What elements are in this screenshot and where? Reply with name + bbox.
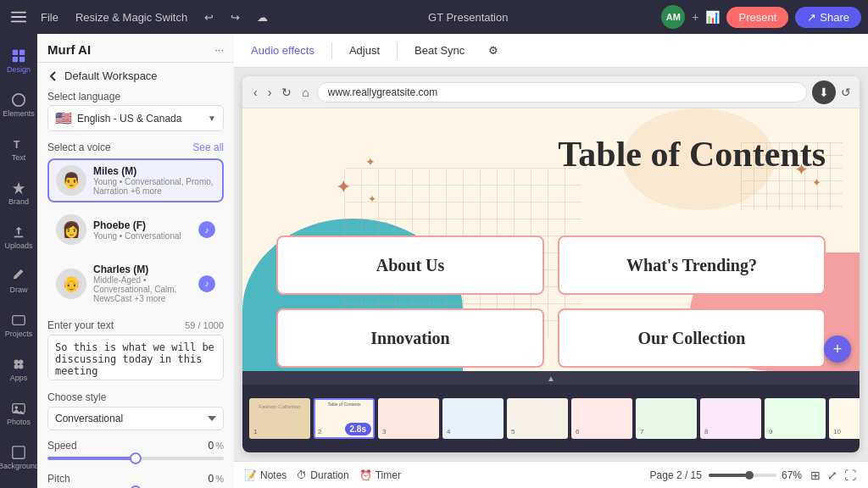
add-icon-overlay[interactable]: +: [824, 336, 851, 363]
style-select[interactable]: Conversational: [47, 407, 224, 430]
present-button[interactable]: Present: [726, 7, 788, 28]
sidebar-item-brand[interactable]: Brand: [3, 173, 34, 214]
file-menu-button[interactable]: File: [34, 8, 65, 27]
murf-back-button[interactable]: Default Workspace: [37, 63, 234, 86]
timer-button[interactable]: ⏰ Timer: [359, 469, 401, 481]
browser-reload-button[interactable]: ↻: [279, 83, 294, 102]
zoom-track[interactable]: [709, 474, 776, 477]
content-box-collection[interactable]: Our Collection: [558, 308, 826, 368]
zoom-thumb[interactable]: [745, 471, 754, 480]
see-all-button[interactable]: See all: [192, 141, 224, 153]
svg-rect-10: [13, 316, 25, 325]
thumb-6[interactable]: 6: [571, 398, 632, 439]
status-bar: 📝 Notes ⏱ Duration ⏰ Timer Page 2 / 15 6…: [234, 461, 868, 488]
hamburger-menu-icon[interactable]: [7, 5, 31, 29]
add-team-button[interactable]: +: [692, 10, 698, 24]
notes-button[interactable]: 📝 Notes: [244, 469, 287, 481]
sidebar-item-draw[interactable]: Draw: [3, 261, 34, 302]
sidebar-item-projects[interactable]: Projects: [3, 305, 34, 346]
browser-forward-button[interactable]: ›: [265, 83, 275, 102]
sidebar-item-text[interactable]: T Text: [3, 129, 34, 169]
page-info: Page 2 / 15: [650, 469, 702, 481]
content-box-innovation[interactable]: Innovation: [276, 308, 544, 368]
sidebar-item-uploads[interactable]: Uploads: [3, 217, 34, 258]
browser-refresh-icon[interactable]: ↺: [841, 86, 851, 99]
speed-slider-thumb[interactable]: [130, 452, 142, 464]
language-dropdown-arrow: ▼: [208, 114, 216, 123]
undo-button[interactable]: ↩: [198, 8, 220, 27]
adjust-button[interactable]: Adjust: [342, 41, 387, 60]
main-layout: Design Elements T Text Brand Uploads Dra…: [0, 34, 868, 488]
voice-item-charles[interactable]: 👴 Charles (M) Middle-Aged • Conversation…: [47, 257, 224, 310]
beat-sync-button[interactable]: Beat Sync: [408, 41, 471, 60]
thumb-7[interactable]: 7: [636, 398, 697, 439]
sidebar-item-design[interactable]: Design: [3, 41, 34, 81]
notes-icon: 📝: [244, 469, 257, 481]
canvas-area: Audio effects Adjust Beat Sync ⚙ ‹ › ↻ ⌂…: [234, 34, 868, 488]
thumb-8[interactable]: 8: [700, 398, 761, 439]
sidebar-item-background[interactable]: Background: [3, 437, 34, 478]
thumb-9[interactable]: 9: [765, 398, 826, 439]
browser-home-button[interactable]: ⌂: [299, 83, 311, 102]
speed-slider-track[interactable]: [47, 457, 224, 460]
browser-url-input[interactable]: [317, 82, 807, 103]
thumb-num-4: 4: [447, 428, 450, 435]
redo-button[interactable]: ↪: [224, 8, 247, 27]
content-box-about-us[interactable]: About Us: [276, 236, 544, 295]
sidebar-item-photos[interactable]: Photos: [3, 393, 34, 434]
voice-play-charles[interactable]: ♪: [198, 275, 215, 292]
cloud-sync-icon: ☁: [250, 8, 275, 27]
language-name: English - US & Canada: [77, 113, 203, 125]
resize-button[interactable]: Resize & Magic Switch: [69, 8, 194, 27]
text-input[interactable]: So this is what we will be discussing to…: [47, 335, 224, 380]
browser-back-button[interactable]: ‹: [251, 83, 260, 102]
slide-content: ✦ ✦ ✦ ✦ ✦ Table of Contents About Us Wha…: [242, 108, 860, 371]
speed-label: Speed: [47, 440, 77, 452]
thumb-2[interactable]: Table of Contents 2 2.8s: [314, 398, 375, 439]
add-overlay-button[interactable]: +: [824, 336, 851, 363]
sparkle-icon-5: ✦: [812, 176, 821, 189]
svg-point-12: [19, 360, 23, 364]
fit-view-button[interactable]: ⤢: [826, 467, 839, 484]
top-bar-menu: File Resize & Magic Switch ↩ ↪ ☁: [7, 5, 275, 29]
svg-rect-9: [14, 236, 24, 238]
pitch-unit: %: [215, 474, 224, 484]
sparkle-icon-3: ✦: [368, 193, 376, 205]
murf-panel: Murf AI ··· Default Workspace Select lan…: [37, 34, 234, 488]
thumbnail-collapse-button[interactable]: ▲: [242, 371, 860, 385]
voice-avatar-charles: 👴: [56, 269, 86, 299]
fullscreen-button[interactable]: ⛶: [843, 467, 858, 484]
voice-item-phoebe[interactable]: 👩 Phoebe (F) Young • Conversational ♪: [47, 208, 224, 252]
thumb-5[interactable]: 5: [507, 398, 568, 439]
thumb-num-10: 10: [833, 428, 841, 435]
duration-icon: ⏱: [297, 469, 307, 481]
thumb-num-5: 5: [511, 428, 515, 435]
thumb-1[interactable]: Fashion Collection 1: [249, 398, 310, 439]
thumb-4[interactable]: 4: [442, 398, 504, 439]
voice-section-header: Select a voice See all: [37, 136, 234, 156]
zoom-level: 67%: [782, 469, 802, 481]
browser-nav: ‹ › ↻ ⌂ ⬇ ↺: [242, 76, 860, 108]
grid-view-button[interactable]: ⊞: [809, 467, 822, 484]
voice-info-phoebe: Phoebe (F) Young • Conversational: [93, 219, 192, 241]
analytics-icon[interactable]: 📊: [705, 10, 720, 24]
language-select[interactable]: 🇺🇸 English - US & Canada ▼: [47, 105, 224, 131]
voice-name-charles: Charles (M): [93, 263, 192, 275]
sidebar-item-apps[interactable]: Apps: [3, 349, 34, 390]
text-label: Enter your text: [47, 319, 114, 331]
voice-info-miles: Miles (M) Young • Conversational, Promo,…: [93, 165, 215, 196]
thumb-10[interactable]: 10: [829, 398, 860, 439]
voice-play-phoebe[interactable]: ♪: [198, 221, 215, 238]
share-button[interactable]: ↗ Share: [795, 7, 861, 28]
audio-effects-button[interactable]: Audio effects: [244, 41, 321, 60]
thumb-3[interactable]: 3: [378, 398, 439, 439]
content-box-trending[interactable]: What's Trending?: [558, 236, 826, 295]
sidebar-item-elements[interactable]: Elements: [3, 85, 34, 125]
voice-item-miles[interactable]: 👨 Miles (M) Young • Conversational, Prom…: [47, 158, 224, 202]
murf-menu-icon[interactable]: ···: [214, 43, 224, 56]
browser-download-button[interactable]: ⬇: [812, 80, 836, 104]
duration-button[interactable]: ⏱ Duration: [297, 469, 348, 481]
text-count: 59 / 1000: [185, 320, 224, 330]
voice-name-miles: Miles (M): [93, 165, 215, 177]
beat-sync-settings-icon[interactable]: ⚙: [481, 41, 505, 60]
